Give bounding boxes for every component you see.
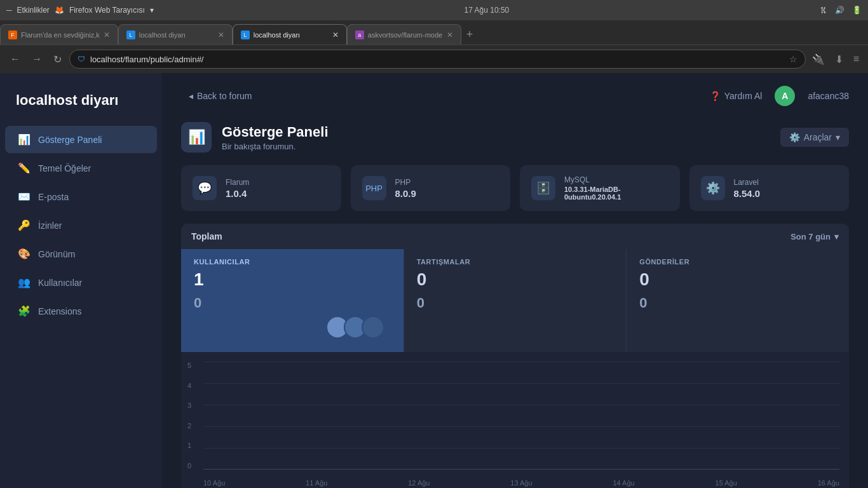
chart-x-labels: 10 Ağu 11 Ağu 12 Ağu 13 Ağu 14 Ağu 15 Ağ… — [203, 479, 839, 487]
avatar[interactable]: A — [775, 86, 795, 106]
php-card-content: PHP 8.0.9 — [395, 178, 416, 199]
discussions-stat-label: TARTIŞMALAR — [417, 258, 614, 266]
x-label-5: 14 Ağu — [613, 479, 634, 487]
stats-header: Toplam Son 7 gün ▾ — [181, 224, 849, 249]
discussions-stat-value: 0 — [417, 271, 614, 288]
users-icon: 👥 — [18, 276, 31, 288]
main-content: ◂ Back to forum ❓ Yardım Al A afacanc38 … — [162, 73, 868, 488]
browser-chrome: ─ Etkinlikler 🦊 Firefox Web Tarayıcısı ▾… — [0, 0, 868, 73]
laravel-card-content: Laravel 8.54.0 — [734, 178, 761, 199]
y-label-1: 1 — [187, 442, 191, 449]
back-to-forum-button[interactable]: ◂ Back to forum — [181, 87, 259, 105]
tab-2[interactable]: L localhost diyarı ✕ — [118, 24, 233, 44]
tab-4-favicon: a — [355, 30, 364, 39]
tab-3-close[interactable]: ✕ — [332, 30, 339, 39]
tab-3-favicon: L — [241, 30, 250, 39]
sidebar-item-appearance[interactable]: 🎨 Görünüm — [5, 240, 157, 268]
extensions-icon[interactable]: 🔌 — [810, 51, 827, 68]
username-label: afacanc38 — [808, 91, 849, 101]
forward-nav-button[interactable]: → — [28, 51, 46, 67]
x-label-1: 10 Ağu — [203, 479, 225, 487]
tools-label: Araçlar — [804, 132, 832, 142]
php-card-label: PHP — [395, 178, 416, 187]
x-label-6: 15 Ağu — [715, 479, 737, 487]
dashboard-title: Gösterge Paneli — [222, 124, 329, 140]
mysql-card-label: MySQL — [564, 175, 668, 184]
browser-actions: 🔌 ⬇ ≡ — [810, 51, 862, 68]
y-label-2: 2 — [187, 422, 191, 430]
sidebar-item-dashboard[interactable]: 📊 Gösterge Paneli — [5, 126, 157, 153]
y-label-4: 4 — [187, 382, 191, 390]
tools-button[interactable]: ⚙️ Araçlar ▾ — [780, 128, 849, 147]
stats-section: Toplam Son 7 gün ▾ KULLANICILAR 1 0 — [181, 224, 849, 488]
posts-stat-secondary: 0 — [639, 295, 836, 311]
php-card-icon: PHP — [362, 176, 386, 200]
users-icon-group — [326, 316, 384, 339]
posts-stat-value: 0 — [639, 271, 836, 288]
dashboard-page-icon: 📊 — [181, 122, 212, 152]
minimize-icon[interactable]: ─ — [6, 6, 12, 15]
dropdown-icon[interactable]: ▾ — [150, 6, 154, 15]
info-card-mysql: 🗄️ MySQL 10.3.31-MariaDB-0ubuntu0.20.04.… — [520, 165, 680, 211]
flarum-card-value: 1.0.4 — [226, 188, 249, 199]
security-icon: 🛡 — [78, 55, 85, 64]
laravel-card-label: Laravel — [734, 178, 761, 187]
posts-stat-label: GÖNDERİLER — [639, 258, 836, 266]
datetime: 17 Ağu 10:50 — [465, 6, 510, 15]
tab-3-label: localhost diyarı — [254, 31, 300, 39]
sidebar-item-basics[interactable]: ✏️ Temel Öğeler — [5, 154, 157, 182]
discussions-stat-secondary: 0 — [417, 295, 614, 311]
tab-2-close[interactable]: ✕ — [218, 30, 224, 39]
help-label: Yardım Al — [724, 91, 763, 101]
sidebar-item-extensions[interactable]: 🧩 Extensions — [5, 297, 157, 325]
sidebar: localhost diyarı 📊 Gösterge Paneli ✏️ Te… — [0, 73, 162, 488]
back-nav-button[interactable]: ← — [6, 51, 24, 67]
sidebar-item-extensions-label: Extensions — [38, 306, 81, 316]
period-selector[interactable]: Son 7 gün ▾ — [790, 232, 839, 241]
users-stat-secondary: 0 — [194, 295, 391, 311]
sidebar-item-permissions[interactable]: 🔑 İzinler — [5, 212, 157, 239]
tab-4-close[interactable]: ✕ — [447, 30, 453, 39]
tab-1-label: Flarum'da en sevdiğiniz,k — [21, 31, 100, 39]
basics-icon: ✏️ — [18, 162, 31, 174]
dashboard-title-area: 📊 Gösterge Paneli Bir bakışta forumun. — [181, 122, 329, 152]
new-tab-button[interactable]: + — [461, 24, 478, 44]
reload-button[interactable]: ↻ — [50, 51, 65, 68]
sidebar-item-email[interactable]: ✉️ E-posta — [5, 183, 157, 210]
tab-2-label: localhost diyarı — [139, 31, 186, 39]
stat-box-users: KULLANICILAR 1 0 — [181, 249, 404, 352]
x-label-4: 13 Ağu — [510, 479, 532, 487]
stat-box-discussions: TARTIŞMALAR 0 0 — [404, 249, 627, 352]
back-to-forum-label: Back to forum — [197, 91, 252, 101]
tab-1-favicon: F — [8, 30, 17, 39]
help-link[interactable]: ❓ Yardım Al — [710, 91, 763, 101]
tab-3[interactable]: L localhost diyarı ✕ — [233, 24, 347, 44]
x-label-2: 11 Ağu — [306, 479, 327, 487]
tab-2-favicon: L — [126, 30, 135, 39]
grid-line-5 — [203, 362, 839, 362]
firefox-icon: 🦊 — [55, 6, 64, 15]
url-bar[interactable]: 🛡 localhost/flarum/public/admin#/ ☆ — [69, 50, 806, 69]
users-stat-value: 1 — [194, 271, 391, 288]
tab-1-close[interactable]: ✕ — [104, 30, 110, 39]
url-text: localhost/flarum/public/admin#/ — [90, 55, 784, 64]
sidebar-item-users[interactable]: 👥 Kullanıcılar — [5, 269, 157, 296]
tab-4-label: askvortsov/flarum-mode — [368, 31, 442, 39]
period-label: Son 7 gün — [790, 232, 831, 241]
mysql-card-icon: 🗄️ — [531, 176, 555, 200]
tab-1[interactable]: F Flarum'da en sevdiğiniz,k ✕ — [0, 24, 118, 44]
tab-4[interactable]: a askvortsov/flarum-mode ✕ — [347, 24, 461, 44]
battery-icon: 🔋 — [852, 6, 862, 15]
total-label: Toplam — [191, 231, 222, 241]
users-stat-icon-area — [194, 311, 391, 343]
bookmark-icon[interactable]: ☆ — [789, 54, 797, 64]
mysql-card-content: MySQL 10.3.31-MariaDB-0ubuntu0.20.04.1 — [564, 175, 668, 201]
sidebar-item-users-label: Kullanıcılar — [38, 278, 82, 288]
top-bar-right: ❓ Yardım Al A afacanc38 — [710, 86, 849, 106]
title-bar-left: ─ Etkinlikler 🦊 Firefox Web Tarayıcısı ▾ — [6, 6, 154, 15]
download-icon[interactable]: ⬇ — [832, 51, 846, 68]
network-icon: ⛕ — [820, 6, 827, 15]
menu-icon[interactable]: ≡ — [851, 51, 862, 68]
tab-bar: F Flarum'da en sevdiğiniz,k ✕ L localhos… — [0, 20, 868, 44]
title-bar-right: ⛕ 🔊 🔋 — [820, 6, 862, 15]
